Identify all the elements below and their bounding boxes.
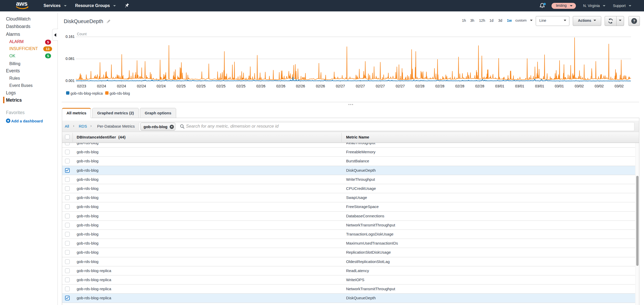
svg-text:Count: Count bbox=[77, 32, 87, 36]
svg-text:02/24: 02/24 bbox=[137, 84, 146, 88]
svg-text:02/27: 02/27 bbox=[396, 84, 405, 88]
svg-text:03/01: 03/01 bbox=[495, 84, 504, 88]
svg-text:03/01: 03/01 bbox=[555, 84, 564, 88]
svg-text:03/01: 03/01 bbox=[515, 84, 524, 88]
svg-text:02/26: 02/26 bbox=[276, 84, 285, 88]
svg-text:02/24: 02/24 bbox=[97, 84, 106, 88]
svg-text:03/02: 03/02 bbox=[595, 84, 604, 88]
svg-text:0.081: 0.081 bbox=[66, 57, 75, 61]
svg-text:02/24: 02/24 bbox=[117, 84, 126, 88]
svg-text:02/26: 02/26 bbox=[316, 84, 325, 88]
svg-text:0.161: 0.161 bbox=[66, 34, 75, 39]
svg-text:02/25: 02/25 bbox=[196, 84, 205, 88]
svg-text:03/01: 03/01 bbox=[535, 84, 544, 88]
svg-text:02/25: 02/25 bbox=[236, 84, 245, 88]
svg-text:02/27: 02/27 bbox=[376, 84, 385, 88]
svg-text:02/24: 02/24 bbox=[156, 84, 166, 88]
svg-text:02/25: 02/25 bbox=[176, 84, 185, 88]
svg-text:02/23: 02/23 bbox=[77, 84, 86, 88]
svg-text:03/02: 03/02 bbox=[614, 84, 624, 88]
svg-text:02/26: 02/26 bbox=[256, 84, 265, 88]
svg-text:02/27: 02/27 bbox=[336, 84, 345, 88]
svg-text:0.001: 0.001 bbox=[66, 79, 75, 83]
svg-text:02/25: 02/25 bbox=[216, 84, 225, 88]
svg-text:03/02: 03/02 bbox=[575, 84, 584, 88]
svg-text:02/26: 02/26 bbox=[296, 84, 305, 88]
svg-text:02/28: 02/28 bbox=[435, 84, 444, 88]
svg-text:02/27: 02/27 bbox=[356, 84, 365, 88]
svg-text:02/28: 02/28 bbox=[415, 84, 424, 88]
svg-text:02/28: 02/28 bbox=[475, 84, 484, 88]
svg-text:02/28: 02/28 bbox=[455, 84, 464, 88]
